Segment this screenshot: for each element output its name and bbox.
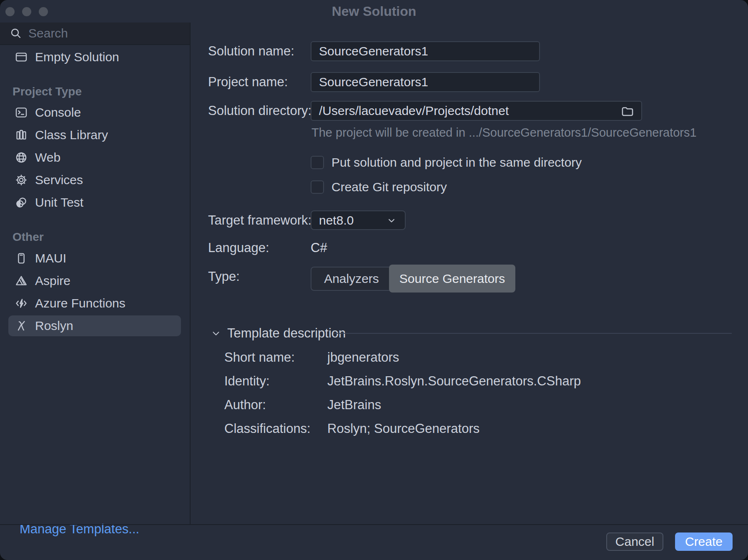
sidebar-section-other: Other: [13, 229, 44, 245]
sidebar-item-console[interactable]: Console: [0, 102, 191, 123]
sidebar-item-maui[interactable]: MAUI: [0, 248, 191, 269]
solution-directory-input[interactable]: [311, 101, 642, 121]
globe-icon: [14, 150, 28, 165]
aspire-triangle-icon: [14, 274, 28, 288]
empty-solution-icon: [14, 50, 28, 64]
solution-name-label: Solution name:: [208, 41, 294, 61]
sidebar-item-label: Web: [35, 150, 60, 165]
chevron-down-icon: [211, 328, 221, 339]
directory-helper-text: The project will be created in .../Sourc…: [311, 126, 697, 140]
class-library-icon: [14, 128, 28, 142]
azure-functions-icon: [14, 296, 28, 310]
sidebar-item-label: Roslyn: [35, 319, 73, 333]
author-label: Author:: [224, 397, 266, 413]
footer-divider: [0, 524, 748, 525]
search-icon: [9, 27, 23, 40]
template-description-header[interactable]: Template description: [211, 325, 346, 342]
checkbox-label: Create Git repository: [331, 180, 447, 194]
language-label: Language:: [208, 238, 269, 258]
chevron-down-icon: [386, 215, 397, 226]
classifications-value: Roslyn; SourceGenerators: [327, 420, 479, 437]
sidebar-item-label: MAUI: [35, 251, 66, 265]
search-bar[interactable]: [0, 22, 190, 45]
type-option-source-generators[interactable]: Source Generators: [389, 265, 515, 292]
sidebar-item-empty-solution[interactable]: Empty Solution: [0, 47, 191, 68]
console-icon: [14, 105, 28, 120]
identity-value: JetBrains.Roslyn.SourceGenerators.CSharp: [327, 373, 581, 390]
folder-icon[interactable]: [620, 104, 635, 118]
sidebar-item-web[interactable]: Web: [0, 147, 191, 168]
sidebar-item-unit-test[interactable]: Unit Test: [0, 192, 191, 213]
sidebar-item-aspire[interactable]: Aspire: [0, 270, 191, 291]
target-framework-value: net8.0: [319, 213, 354, 228]
short-name-label: Short name:: [224, 349, 295, 366]
template-description-title: Template description: [227, 326, 346, 341]
sidebar-item-label: Services: [35, 173, 83, 187]
template-sidebar: Empty Solution Project Type Console Clas…: [0, 22, 191, 524]
cancel-button[interactable]: Cancel: [606, 532, 663, 551]
create-button[interactable]: Create: [675, 532, 733, 551]
classifications-label: Classifications:: [224, 420, 311, 437]
solution-directory-label: Solution directory:: [208, 101, 311, 121]
project-name-input[interactable]: [311, 72, 540, 92]
language-value: C#: [311, 238, 327, 258]
type-option-analyzers[interactable]: Analyzers: [311, 267, 392, 291]
unit-test-icon: [14, 195, 28, 210]
git-repository-checkbox[interactable]: [311, 180, 324, 194]
sidebar-item-class-library[interactable]: Class Library: [0, 125, 191, 145]
same-directory-checkbox-row: Put solution and project in the same dir…: [311, 154, 582, 171]
window-title: New Solution: [0, 0, 748, 23]
project-name-label: Project name:: [208, 72, 288, 92]
sidebar-item-roslyn[interactable]: Roslyn: [8, 315, 181, 336]
sidebar-item-label: Azure Functions: [35, 296, 126, 310]
identity-label: Identity:: [224, 373, 270, 390]
section-divider: [334, 333, 732, 334]
author-value: JetBrains: [327, 397, 381, 413]
sidebar-item-azure-functions[interactable]: Azure Functions: [0, 293, 191, 314]
git-repository-checkbox-row: Create Git repository: [311, 179, 447, 195]
gear-icon: [14, 173, 28, 187]
manage-templates-link[interactable]: Manage Templates...: [20, 521, 139, 538]
target-framework-label: Target framework:: [208, 210, 311, 230]
sidebar-item-label: Unit Test: [35, 195, 83, 210]
new-solution-dialog: New Solution Empty Solution Project Type…: [0, 0, 748, 560]
sidebar-item-label: Console: [35, 105, 81, 120]
sidebar-item-label: Class Library: [35, 128, 108, 142]
sidebar-item-label: Empty Solution: [35, 50, 119, 64]
phone-icon: [14, 251, 28, 265]
short-name-value: jbgenerators: [327, 349, 399, 366]
target-framework-select[interactable]: net8.0: [311, 210, 406, 230]
sidebar-section-project-type: Project Type: [13, 83, 82, 100]
solution-name-input[interactable]: [311, 41, 540, 61]
checkbox-label: Put solution and project in the same dir…: [331, 155, 582, 170]
type-label: Type:: [208, 267, 240, 287]
sidebar-item-label: Aspire: [35, 274, 70, 288]
search-input[interactable]: [28, 26, 171, 41]
same-directory-checkbox[interactable]: [311, 156, 324, 169]
roslyn-lambda-icon: [14, 319, 28, 333]
sidebar-item-services[interactable]: Services: [0, 170, 191, 190]
